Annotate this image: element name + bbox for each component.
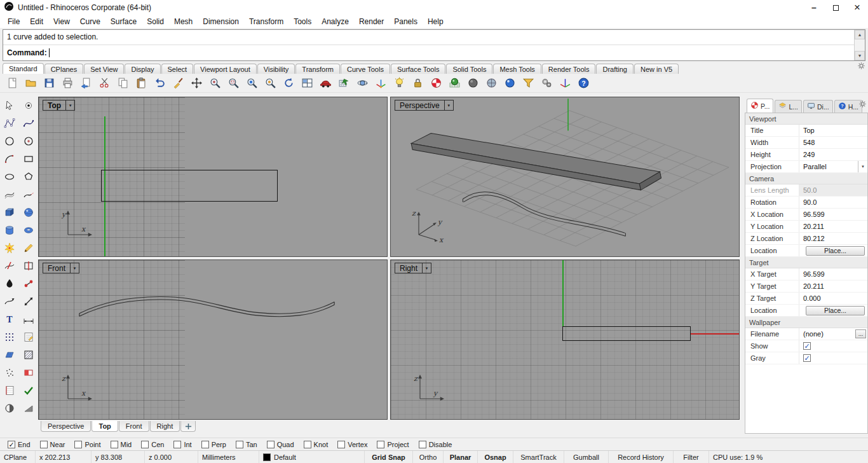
rotate-view-icon[interactable] [280,75,297,92]
osnap-toggle[interactable]: Int [173,441,191,448]
osnap-toggle[interactable]: Point [74,441,100,448]
menu-item[interactable]: Render [354,17,389,27]
notes-icon[interactable] [21,329,36,345]
z-location-value[interactable]: 80.212 [799,233,867,244]
y-location-value[interactable]: 20.211 [799,221,867,232]
toolbar-tab[interactable]: New in V5 [634,64,679,74]
toolbar-tab[interactable]: CPlanes [44,64,84,74]
menu-item[interactable]: Dimension [198,17,244,27]
menu-item[interactable]: Curve [75,17,105,27]
undo-icon[interactable] [151,75,168,92]
status-cell[interactable]: Ortho [413,451,444,463]
menu-item[interactable]: Panels [389,17,423,27]
x-location-value[interactable]: 96.599 [799,209,867,220]
curve-icon[interactable] [21,116,36,131]
select-arrow-icon[interactable] [2,98,17,113]
toolbar-tab[interactable]: Standard [3,63,44,74]
x-target-value[interactable]: 96.599 [799,268,867,280]
status-cell[interactable]: Filter [674,451,709,463]
new-document-icon[interactable] [4,75,20,92]
toolbar-tab[interactable]: Transform [295,64,340,74]
add-viewport-tab-button[interactable] [180,421,196,432]
height-value[interactable]: 249 [799,149,867,160]
car-icon[interactable] [317,75,334,92]
viewport-title-top[interactable]: Top [43,100,66,111]
menu-item[interactable]: Mesh [169,17,198,27]
viewport-tab[interactable]: Front [119,421,149,432]
toolbar-tab[interactable]: Solid Tools [446,64,492,74]
tab-display[interactable]: Di... [803,100,833,113]
lamp-icon[interactable] [391,75,407,92]
render-preview-icon[interactable] [446,75,463,92]
close-button[interactable] [846,0,868,15]
arc-icon[interactable] [2,151,17,167]
paste-icon[interactable] [133,75,149,92]
extend-curve-icon[interactable] [21,187,36,202]
osnap-toggle[interactable]: Quad [267,441,294,448]
cut-icon[interactable] [96,75,112,92]
toolbar-tab[interactable]: Select [161,64,194,74]
point-icon[interactable] [21,98,36,113]
hatch-icon[interactable] [21,347,36,363]
pan-icon[interactable] [188,75,205,92]
zoom-selected-icon[interactable] [262,75,278,92]
explode-icon[interactable] [2,240,17,256]
dimension-icon[interactable] [21,312,36,327]
shaded-display-icon[interactable] [465,75,481,92]
menu-item[interactable]: View [48,17,75,27]
curve-arrow-icon[interactable] [2,294,17,309]
filename-value[interactable]: (none) [803,330,824,338]
zoom-window-icon[interactable] [225,75,241,92]
circle-center-icon[interactable] [21,134,36,149]
toolbar-tab[interactable]: Render Tools [542,64,596,74]
join-icon[interactable] [21,276,36,291]
title-value[interactable]: Top [799,125,867,136]
sphere-icon[interactable] [21,205,36,220]
split-icon[interactable] [21,258,36,273]
drop-icon[interactable] [2,276,17,291]
toolbar-options-gear-icon[interactable] [857,61,865,73]
viewport-top[interactable]: Top y x [38,97,388,257]
viewport-right[interactable]: Right z y [390,259,740,420]
dropdown-arrow-icon[interactable] [858,161,867,172]
status-cell[interactable]: x 202.213 [36,451,92,463]
status-cell[interactable]: Planar [444,451,478,463]
zoom-dynamic-icon[interactable] [207,75,223,92]
browse-button[interactable]: ... [855,329,866,338]
osnap-toggle[interactable]: Mid [111,441,132,448]
osnap-toggle[interactable]: Project [377,441,409,448]
status-cell[interactable]: CPlane [0,451,36,463]
menu-item[interactable]: Solid [142,17,169,27]
print-icon[interactable] [59,75,76,92]
rendered-display-icon[interactable] [501,75,518,92]
render-icon[interactable] [428,75,444,92]
osnap-toggle[interactable]: Knot [304,441,329,448]
status-cell[interactable]: Millimeters [198,451,259,463]
viewport-menu-arrow-icon[interactable] [445,100,454,111]
cplane-axes-icon[interactable] [557,75,573,92]
osnap-toggle[interactable]: Tan [236,441,257,448]
status-cell[interactable]: Default [259,451,365,463]
maximize-button[interactable] [825,0,846,15]
notebook-icon[interactable] [2,383,17,398]
command-input[interactable] [50,48,854,57]
status-cell[interactable]: z 0.000 [145,451,198,463]
menu-item[interactable]: Help [423,17,449,27]
analyze-icon[interactable] [2,401,17,416]
tab-properties[interactable]: P... [747,99,773,113]
status-cell[interactable]: Record History [609,451,674,463]
zoom-extents-icon[interactable] [243,75,260,92]
osnap-toggle[interactable]: Perp [201,441,226,448]
viewport-front[interactable]: Front z x [38,259,388,420]
scale-icon[interactable] [21,294,36,309]
y-target-value[interactable]: 20.211 [799,280,867,292]
menu-item[interactable]: Tools [288,17,316,27]
viewport-tab[interactable]: Top [92,421,118,432]
check-icon[interactable] [21,383,36,398]
status-cell[interactable]: Grid Snap [365,451,413,463]
menu-item[interactable]: Edit [25,17,48,27]
width-value[interactable]: 548 [799,137,867,148]
selection-filter-icon[interactable] [520,75,536,92]
control-point-curve-icon[interactable] [2,116,17,131]
menu-item[interactable]: Transform [244,17,288,27]
